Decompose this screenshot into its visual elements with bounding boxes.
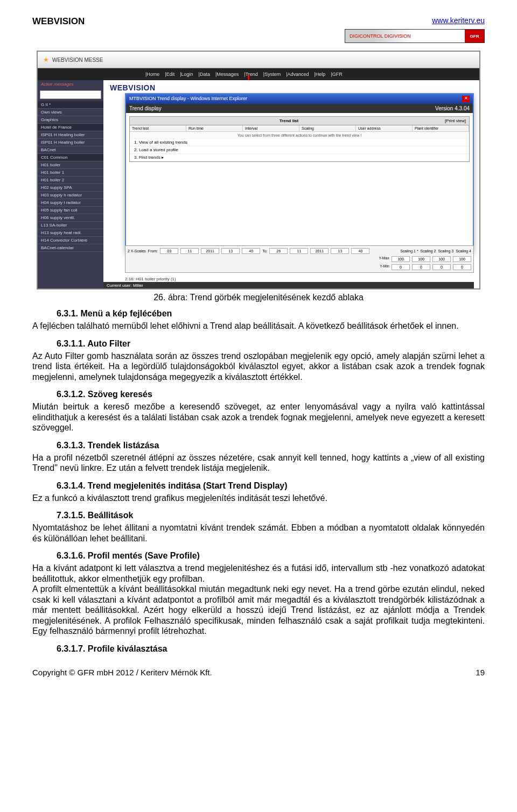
sidebar-item[interactable]: BACnet — [38, 146, 103, 154]
from-day[interactable]: 03 — [160, 248, 178, 254]
body-text: Ha a kívánt adatpont ki lett választva a… — [32, 563, 485, 637]
sidebar-item[interactable]: H01 boiler 2 — [38, 176, 103, 184]
to-day[interactable]: 26 — [269, 248, 288, 254]
from-month[interactable]: 11 — [180, 248, 199, 254]
scaling-hdr1[interactable]: Scaling 1 * — [400, 249, 418, 253]
col-trendtest: Trend test — [130, 125, 186, 131]
section-6-3-1-1: 6.3.1.1. Auto Filter — [57, 339, 485, 349]
trend-display-popup: MTBVISION Trend display - Windows Intern… — [125, 93, 474, 251]
sidebar-item[interactable]: H14 Convector Corbiere — [38, 237, 103, 244]
sidebar-item[interactable]: ISP01 H Heating boiler — [38, 131, 103, 139]
body-text: Ha a profil nézetből szeretnél átlépni a… — [32, 453, 485, 474]
from-min[interactable]: 40 — [242, 248, 260, 254]
section-6-3-1-3: 6.3.1.3. Trendek listázása — [57, 441, 485, 450]
ymin-label: Y-Min — [380, 264, 389, 270]
search-input[interactable] — [40, 90, 101, 99]
menu-login[interactable]: |Login — [180, 72, 193, 77]
trend-list-note: You can select from three different acti… — [130, 132, 469, 139]
menu-gfr[interactable]: |GFR — [331, 72, 342, 77]
ymax-val[interactable]: 100 — [432, 256, 451, 262]
main-panel: WEBVISION MTBVISION Trend display - Wind… — [103, 80, 479, 289]
body-text: Nyomtatáshoz be lehet állitani a nyomtat… — [32, 522, 485, 543]
sidebar-item[interactable]: H04 supply t radiator — [38, 199, 103, 207]
sidebar-item[interactable]: G II * — [38, 101, 103, 109]
from-year[interactable]: 2011 — [201, 248, 219, 254]
col-plantid: Plant identifier — [413, 125, 469, 131]
section-6-3-1-4: 6.3.1.4. Trend megjelenités inditása (St… — [57, 481, 485, 491]
page-title: WEBVISION — [32, 16, 85, 27]
sidebar-item[interactable]: H02 supply SPA — [38, 184, 103, 192]
ymax-label: Y-Max — [379, 256, 389, 262]
brand-logo: DIGICONTROL DIGIVISION GFR — [345, 29, 485, 43]
scale-row-label[interactable]: 2 X-Scales — [128, 249, 146, 253]
to-month[interactable]: 11 — [290, 248, 308, 254]
active-messages[interactable]: Active messages — [38, 80, 103, 88]
sidebar-item[interactable]: H05 supply fan coil — [38, 207, 103, 214]
ymin-val[interactable]: 0 — [392, 264, 410, 270]
scaling-hdr4[interactable]: Scaling 4 — [456, 249, 471, 253]
trend-list-header: Trend list — [280, 118, 299, 123]
ymin-val[interactable]: 0 — [432, 264, 451, 270]
sidebar-item[interactable]: H03 supply h radiator — [38, 192, 103, 199]
scaling-hdr2[interactable]: Scaling 2 — [421, 249, 436, 253]
sidebar-item[interactable]: ISP01 H Heating boiler — [38, 139, 103, 146]
menu-messages[interactable]: |Messages — [215, 72, 239, 77]
to-year[interactable]: 2011 — [310, 248, 329, 254]
to-hour[interactable]: 13 — [331, 248, 349, 254]
menu-help[interactable]: |Help — [315, 72, 326, 77]
sidebar-item[interactable]: H01 boiler 1 — [38, 169, 103, 176]
webvision-logo: WEBVISION — [103, 80, 479, 92]
popup-titlebar: MTBVISION Trend display - Windows Intern… — [126, 94, 473, 104]
close-icon[interactable]: ✕ — [462, 96, 470, 102]
app-menubar[interactable]: |Home |Edit |Login |Data |Messages |Tren… — [38, 68, 479, 80]
scaling-hdr3[interactable]: Scaling 3 — [438, 249, 453, 253]
print-view-button[interactable]: [Print view] — [445, 118, 466, 123]
from-hour[interactable]: 13 — [221, 248, 240, 254]
body-text: A fejlécben található mernüből lehet elő… — [32, 321, 485, 331]
sidebar-item[interactable]: L13 SA-boiler — [38, 222, 103, 229]
scaling-panel: 2 X-Scales From: 03 11 2011 13 40 To: 26… — [125, 245, 474, 273]
to-label: To: — [262, 249, 267, 253]
menu-edit[interactable]: |Edit — [165, 72, 174, 77]
sidebar-item[interactable]: H01 boiler — [38, 161, 103, 169]
trend-list: Trend list [Print view] Trend test Run t… — [129, 116, 470, 162]
menu-trend[interactable]: |Trend — [244, 72, 258, 77]
ymax-val[interactable]: 100 — [412, 256, 430, 262]
ymin-val[interactable]: 0 — [412, 264, 430, 270]
sidebar-item[interactable]: BACnet-calendar — [38, 244, 103, 252]
opt-view-all[interactable]: 1. View of all existing trends — [130, 139, 469, 146]
section-6-3-1: 6.3.1. Menü a kép fejlécében — [57, 309, 485, 319]
col-useraddr: User address — [356, 125, 413, 131]
ymax-val[interactable]: 100 — [453, 256, 471, 262]
ymin-val[interactable]: 0 — [453, 264, 471, 270]
current-user-bar: Current user: Miller — [103, 282, 474, 289]
sidebar-item[interactable]: Graphics — [38, 116, 103, 124]
opt-find-trends[interactable]: 3. Find trends ▸ — [130, 154, 469, 161]
body-text: Ez a funkcó a kiválasztott trend grafiku… — [32, 493, 485, 504]
sidebar-item[interactable]: H13 supply heat radi. — [38, 229, 103, 237]
sidebar[interactable]: Active messages G II * Own views Graphic… — [38, 80, 103, 289]
site-link[interactable]: www.keriterv.eu — [432, 16, 485, 25]
sidebar-item[interactable]: C01 Common — [38, 154, 103, 161]
opt-load-profile[interactable]: 2. Load a stored profile — [130, 146, 469, 154]
page-number: 19 — [476, 668, 485, 677]
favorite-icon: ★ — [43, 56, 49, 63]
menu-data[interactable]: |Data — [199, 72, 210, 77]
col-runtime: Run time — [186, 125, 243, 131]
section-6-3-1-6: 6.3.1.6. Profil mentés (Save Profile) — [57, 551, 485, 561]
menu-advanced[interactable]: |Advanced — [286, 72, 309, 77]
sidebar-item[interactable]: Hotel de France — [38, 124, 103, 131]
trend-display-version: Version 4.3.04 — [435, 105, 470, 111]
figure-caption: 26. ábra: Trend görbék megjelenitésének … — [32, 293, 485, 302]
menu-system[interactable]: |System — [263, 72, 281, 77]
menu-home[interactable]: |Home — [145, 72, 159, 77]
gfr-badge: GFR — [465, 30, 484, 43]
section-7-3-1-5: 7.3.1.5. Beállitások — [57, 511, 485, 520]
section-6-3-1-2: 6.3.1.2. Szöveg keresés — [57, 390, 485, 399]
to-min[interactable]: 40 — [351, 248, 369, 254]
sidebar-item[interactable]: Own views — [38, 109, 103, 116]
ymax-val[interactable]: 100 — [392, 256, 410, 262]
body-text: Az Auto Filter gomb használata során az … — [32, 351, 485, 383]
sidebar-item[interactable]: H06 supply ventil. — [38, 214, 103, 222]
popup-title-text: MTBVISION Trend display - Windows Intern… — [129, 96, 247, 102]
